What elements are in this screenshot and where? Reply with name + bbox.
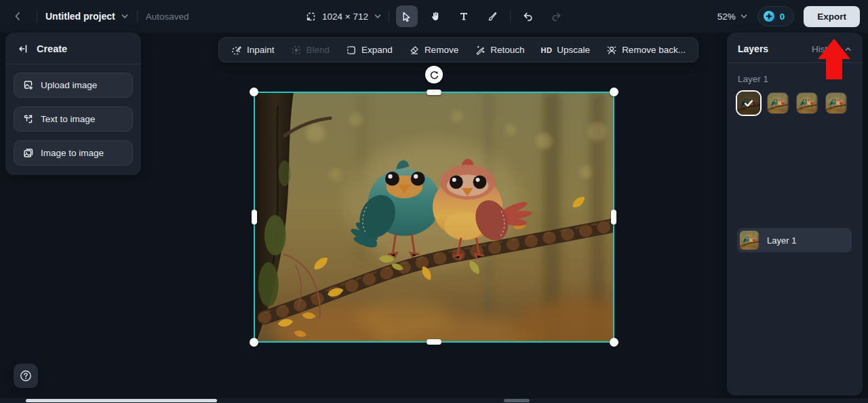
upload-image-label: Upload image	[41, 80, 97, 90]
chevron-up-icon	[844, 45, 852, 53]
retouch-label: Retouch	[490, 45, 524, 55]
variant-thumbnails	[727, 91, 863, 115]
zoom-level-value: 52%	[717, 12, 736, 22]
variant-thumbnail[interactable]	[825, 92, 847, 114]
hand-icon	[430, 11, 441, 22]
canvas-image-selection[interactable]	[254, 92, 614, 343]
upscale-label: Upscale	[557, 45, 590, 55]
remove-button[interactable]: Remove	[401, 38, 467, 62]
canvas-image[interactable]	[255, 93, 613, 341]
edit-toolbar: Inpaint Blend Expand Remove Retouch HD U…	[218, 37, 698, 62]
layer-list-item[interactable]: Layer 1	[737, 228, 852, 252]
credits-pill[interactable]: 0	[757, 6, 795, 26]
back-button[interactable]	[7, 5, 28, 27]
hd-icon: HD	[540, 46, 552, 54]
credits-count: 0	[780, 12, 785, 22]
history-label: History	[812, 44, 840, 54]
text-to-image-button[interactable]: Text to image	[14, 107, 133, 132]
eraser-icon	[409, 45, 420, 56]
create-panel-title: Create	[37, 43, 67, 54]
resize-handle-left[interactable]	[252, 210, 257, 225]
resize-handle-bottom-left[interactable]	[250, 338, 258, 347]
resize-handle-bottom[interactable]	[427, 339, 441, 345]
remove-background-button[interactable]: Remove back...	[598, 38, 694, 62]
create-panel: Create Upload image Text to image Image …	[5, 33, 141, 175]
chevron-left-icon	[12, 11, 23, 22]
resize-canvas-icon	[305, 11, 317, 22]
layer-thumbnail	[740, 231, 759, 250]
layers-panel: Layers History Layer 1 Layer 1	[727, 33, 863, 396]
project-title: Untitled project	[45, 11, 115, 22]
remove-label: Remove	[425, 45, 458, 55]
variant-thumbnail[interactable]	[767, 92, 789, 114]
rotate-handle[interactable]	[425, 66, 443, 83]
horizontal-scrollbar-thumb-secondary[interactable]	[504, 399, 530, 402]
tab-layers[interactable]: Layers	[738, 43, 768, 54]
variant-thumbnail[interactable]	[796, 92, 818, 114]
horizontal-scrollbar-thumb[interactable]	[26, 399, 217, 402]
upscale-button[interactable]: HD Upscale	[532, 38, 598, 62]
chevron-down-icon	[121, 12, 129, 20]
coin-icon	[763, 10, 775, 22]
image-to-image-label: Image to image	[41, 148, 104, 158]
check-icon	[743, 98, 754, 109]
inpaint-icon	[231, 45, 242, 56]
text-to-image-icon	[22, 113, 34, 125]
hand-tool-button[interactable]	[425, 5, 446, 27]
expand-icon	[346, 45, 357, 56]
blend-button[interactable]: Blend	[283, 38, 338, 62]
project-name-dropdown[interactable]: Untitled project	[45, 11, 129, 22]
expand-label: Expand	[361, 45, 393, 55]
tab-history[interactable]: History	[812, 44, 852, 54]
variant-thumbnail-selected[interactable]	[736, 90, 762, 116]
resize-handle-top-left[interactable]	[250, 88, 258, 96]
resize-handle-right[interactable]	[611, 210, 616, 225]
cursor-icon	[401, 11, 412, 22]
upload-image-button[interactable]: Upload image	[14, 73, 133, 98]
resize-handle-top-right[interactable]	[610, 88, 618, 96]
divider	[37, 10, 37, 22]
undo-button[interactable]	[517, 5, 539, 27]
divider	[510, 10, 511, 22]
layer-group-label: Layer 1	[727, 63, 863, 91]
select-tool-button[interactable]	[396, 5, 418, 27]
redo-icon	[551, 11, 562, 22]
export-button[interactable]: Export	[804, 6, 860, 27]
image-to-image-button[interactable]: Image to image	[14, 140, 133, 166]
inpaint-label: Inpaint	[247, 45, 275, 55]
blend-icon	[291, 45, 302, 56]
remove-background-label: Remove back...	[622, 45, 686, 55]
canvas-size-dropdown[interactable]: 1024 × 712	[305, 11, 382, 22]
zoom-level-dropdown[interactable]: 52%	[717, 12, 748, 22]
autosaved-status: Autosaved	[146, 12, 189, 22]
layer-item-label: Layer 1	[767, 235, 796, 246]
text-icon	[458, 11, 469, 22]
canvas-size-value: 1024 × 712	[322, 12, 368, 22]
chevron-down-icon	[740, 12, 748, 20]
inpaint-button[interactable]: Inpaint	[223, 38, 283, 62]
brush-tool-button[interactable]	[481, 5, 503, 27]
redo-button[interactable]	[546, 5, 568, 27]
text-tool-button[interactable]	[453, 5, 475, 27]
text-to-image-label: Text to image	[41, 114, 95, 124]
horizontal-scrollbar-track[interactable]	[0, 398, 868, 403]
retouch-icon	[475, 45, 486, 56]
topbar: Untitled project Autosaved 1024 × 712	[0, 0, 868, 33]
collapse-panel-icon	[18, 43, 28, 54]
divider	[389, 10, 389, 22]
undo-icon	[522, 11, 534, 22]
chevron-down-icon	[374, 12, 382, 20]
collapse-panel-button[interactable]	[16, 42, 30, 56]
retouch-button[interactable]: Retouch	[467, 38, 532, 62]
brush-icon	[487, 11, 498, 22]
divider	[137, 10, 138, 22]
resize-handle-bottom-right[interactable]	[610, 338, 618, 347]
help-icon	[20, 370, 32, 382]
remove-background-icon	[606, 45, 617, 56]
image-to-image-icon	[22, 147, 34, 159]
rotate-icon	[429, 70, 439, 80]
help-button[interactable]	[14, 364, 38, 388]
resize-handle-top[interactable]	[427, 90, 441, 95]
blend-label: Blend	[307, 45, 330, 55]
expand-button[interactable]: Expand	[338, 38, 401, 62]
